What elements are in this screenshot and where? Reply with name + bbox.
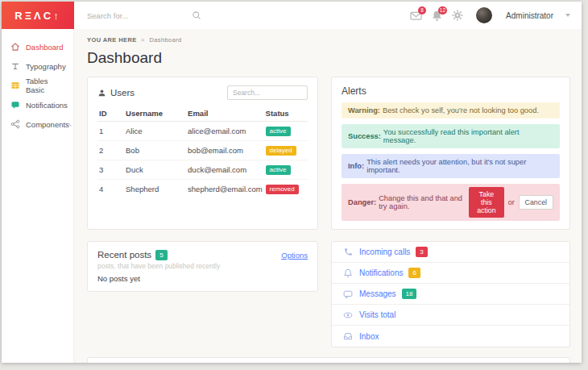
recent-posts-title: Recent posts 5 — [97, 250, 168, 260]
global-search — [85, 10, 201, 21]
chevron-down-icon[interactable] — [565, 14, 570, 17]
list-item-label: Inbox — [359, 332, 379, 341]
posts-count-badge: 5 — [155, 250, 167, 260]
alert-prefix: Warning: — [348, 106, 380, 114]
user-icon — [97, 89, 106, 98]
header-actions: 8 12 Administrator — [410, 7, 582, 23]
sidebar-item-label: Tables Basic — [26, 77, 67, 94]
cell-id: 4 — [97, 180, 124, 199]
chat-bubble-icon — [10, 100, 20, 110]
chat-icon — [343, 289, 353, 299]
breadcrumb-root: YOU ARE HERE — [87, 36, 137, 44]
table-row[interactable]: 3 Duck duck@email.com active — [97, 160, 308, 180]
cell-username: Bob — [124, 141, 186, 160]
gear-icon — [452, 10, 463, 21]
cancel-button[interactable]: Cancel — [519, 195, 553, 210]
global-search-input[interactable] — [85, 10, 192, 21]
list-item-incoming-calls[interactable]: Incoming calls 3 — [332, 242, 569, 263]
alerts-card: Alerts Warning: Best check yo self, you'… — [331, 77, 570, 230]
table-row[interactable]: 4 Shepherd shepherd@email.com removed — [97, 180, 308, 199]
phone-icon — [343, 247, 353, 257]
bell-icon — [343, 268, 353, 278]
search-icon[interactable] — [192, 10, 201, 20]
cell-email: bob@email.com — [186, 141, 264, 160]
count-badge: 18 — [402, 289, 417, 299]
status-badge: active — [266, 165, 291, 176]
sidebar-item-label: Notifications — [26, 101, 68, 110]
status-badge: active — [266, 127, 291, 137]
user-menu[interactable]: Administrator — [506, 11, 553, 20]
alert-prefix: Success: — [348, 132, 381, 140]
cell-email: duck@email.com — [186, 160, 264, 180]
alert-text: You successfully read this important ale… — [383, 128, 553, 144]
cell-username: Duck — [124, 160, 186, 180]
table-row[interactable]: 2 Bob bob@email.com delayed — [97, 141, 308, 160]
mail-button[interactable]: 8 — [410, 10, 422, 22]
options-link[interactable]: Options — [281, 251, 308, 260]
users-card: Users ID Username Email Status — [87, 77, 318, 230]
alert-info: Info: This alert needs your attention, b… — [342, 154, 560, 178]
users-table: ID Username Email Status 1 Alice — [97, 106, 308, 198]
col-status[interactable]: Status — [264, 106, 308, 122]
main-content: YOU ARE HERE > Dashboard Dashboard Users — [74, 29, 582, 363]
typography-icon — [10, 61, 20, 71]
col-email[interactable]: Email — [186, 106, 264, 122]
list-item-label: Notifications — [359, 268, 403, 277]
list-item-label: Incoming calls — [359, 247, 410, 256]
notifications-button[interactable]: 12 — [431, 10, 443, 22]
components-card: Some standard reactstrap components Defa… — [87, 357, 570, 363]
col-username[interactable]: Username — [124, 106, 186, 122]
alert-prefix: Danger: — [348, 198, 376, 206]
alert-text: This alert needs your attention, but it'… — [366, 158, 553, 174]
posts-subtitle: posts, that have been published recently — [97, 262, 308, 270]
sidebar-item-label: Components — [26, 120, 69, 129]
list-item-messages[interactable]: Messages 18 — [332, 284, 569, 305]
count-badge: 6 — [408, 268, 420, 278]
alert-warning: Warning: Best check yo self, you're not … — [342, 102, 560, 118]
sidebar-item-components[interactable]: Components — [2, 114, 73, 134]
list-item-label: Visits total — [359, 310, 395, 319]
inbox-icon — [343, 331, 353, 341]
take-action-button[interactable]: Take this action — [469, 187, 504, 218]
logo-text: RΞΛC↑ — [14, 10, 60, 22]
list-item-label: Messages — [359, 289, 396, 298]
sidebar: Dashboard Typography Tables Basic Notifi… — [2, 29, 74, 363]
breadcrumb-current[interactable]: Dashboard — [149, 36, 181, 44]
list-item-inbox[interactable]: Inbox — [332, 326, 569, 347]
alerts-card-title: Alerts — [342, 85, 560, 97]
list-item-notifications[interactable]: Notifications 6 — [332, 263, 569, 284]
cell-id: 1 — [97, 122, 124, 141]
alert-success: Success: You successfully read this impo… — [342, 124, 560, 148]
logo[interactable]: RΞΛC↑ — [2, 2, 74, 29]
mail-badge: 8 — [418, 6, 426, 15]
cell-email: alice@email.com — [186, 122, 264, 141]
table-row[interactable]: 1 Alice alice@email.com active — [97, 122, 308, 141]
sidebar-item-label: Dashboard — [26, 43, 63, 52]
eye-icon — [343, 310, 353, 320]
col-id[interactable]: ID — [97, 106, 124, 122]
status-badge: delayed — [266, 146, 296, 156]
alert-text: Change this and that and try again. — [379, 194, 469, 210]
avatar[interactable] — [476, 7, 492, 23]
sidebar-item-typography[interactable]: Typography — [2, 56, 73, 76]
breadcrumb: YOU ARE HERE > Dashboard — [87, 36, 570, 44]
sidebar-item-label: Typography — [26, 62, 66, 71]
stats-list-card: Incoming calls 3 Notifications 6 — [331, 241, 570, 347]
users-search-input[interactable] — [227, 85, 308, 100]
home-icon — [10, 42, 20, 52]
sidebar-item-dashboard[interactable]: Dashboard — [2, 37, 73, 56]
share-nodes-icon — [10, 119, 20, 129]
count-badge: 3 — [416, 247, 427, 257]
top-header: RΞΛC↑ 8 12 — [2, 2, 582, 29]
sidebar-item-notifications[interactable]: Notifications — [2, 95, 73, 114]
list-item-visits-total[interactable]: Visits total — [332, 305, 569, 326]
sidebar-item-tables-basic[interactable]: Tables Basic — [2, 76, 73, 95]
posts-empty-text: No posts yet — [97, 274, 308, 283]
alert-text: Best check yo self, you're not looking t… — [383, 106, 539, 114]
page-title: Dashboard — [87, 49, 570, 67]
recent-posts-card: Recent posts 5 Options posts, that have … — [87, 241, 318, 292]
status-badge: removed — [266, 185, 299, 195]
cell-id: 3 — [97, 160, 124, 180]
cell-email: shepherd@email.com — [186, 180, 264, 199]
settings-button[interactable] — [452, 10, 464, 22]
